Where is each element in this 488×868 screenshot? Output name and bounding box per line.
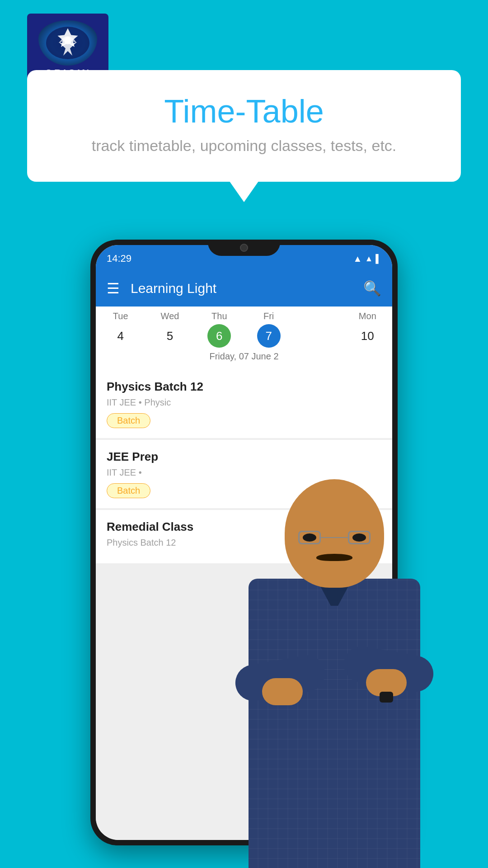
day-name-thu: Thu [211,311,227,321]
day-wed[interactable]: Wed 5 [145,311,194,348]
item-title-3: Remedial Class [107,520,381,534]
day-mon[interactable]: Mon 10 [343,311,392,348]
phone-notch [208,240,280,256]
phone-screen: 14:29 ▲ ▲ ▌ ☰ Learning Light 🔍 [96,245,392,840]
day-num-thu: 6 [207,324,231,348]
schedule-item-1[interactable]: Physics Batch 12 IIT JEE • Physic Batch [96,370,392,438]
selected-date-label: Friday, 07 June 2 [209,349,278,365]
day-name-wed: Wed [161,311,179,321]
item-meta-3: Physics Batch 12 [107,538,381,548]
app-bar: ☰ Learning Light 🔍 [96,270,392,307]
status-icons: ▲ ▲ ▌ [353,252,381,264]
item-title-2: JEE Prep [107,450,381,464]
search-icon[interactable]: 🔍 [363,280,381,297]
schedule-item-2[interactable]: JEE Prep IIT JEE • Batch [96,440,392,508]
batch-badge-1: Batch [107,413,150,428]
phone-frame: 14:29 ▲ ▲ ▌ ☰ Learning Light 🔍 [90,240,398,845]
battery-icon: ▌ [375,254,381,264]
item-meta-2: IIT JEE • [107,467,381,478]
day-num-mon: 10 [356,324,379,348]
item-meta-1: IIT JEE • Physic [107,397,381,408]
schedule-item-3[interactable]: Remedial Class Physics Batch 12 [96,510,392,563]
day-tue[interactable]: Tue 4 [96,311,145,348]
bubble-subtitle: track timetable, upcoming classes, tests… [54,137,434,155]
day-num-tue: 4 [109,324,132,348]
phone-container: 14:29 ▲ ▲ ▌ ☰ Learning Light 🔍 [27,240,461,868]
signal-icon: ▲ [365,254,373,264]
day-num-sat [306,314,330,337]
item-title-1: Physics Batch 12 [107,380,381,394]
app-title: Learning Light [131,281,363,296]
front-camera [240,244,248,252]
batch-badge-2: Batch [107,483,150,498]
days-row: Tue 4 Wed 5 Thu 6 Fri 7 [96,307,392,349]
day-num-wed: 5 [158,324,182,348]
speech-bubble: Time-Table track timetable, upcoming cla… [27,70,461,182]
schedule-list: Physics Batch 12 IIT JEE • Physic Batch … [96,370,392,840]
status-time: 14:29 [107,251,131,264]
day-name-tue: Tue [113,311,128,321]
day-sat[interactable] [293,311,343,348]
day-name-fri: Fri [263,311,274,321]
wifi-icon: ▲ [353,254,362,264]
day-thu[interactable]: Thu 6 [195,311,244,348]
day-num-fri: 7 [257,324,281,348]
bubble-title: Time-Table [54,93,434,130]
hamburger-icon[interactable]: ☰ [107,280,120,297]
calendar-strip: Tue 4 Wed 5 Thu 6 Fri 7 [96,307,392,370]
day-name-mon: Mon [359,311,376,321]
day-fri[interactable]: Fri 7 [244,311,293,348]
